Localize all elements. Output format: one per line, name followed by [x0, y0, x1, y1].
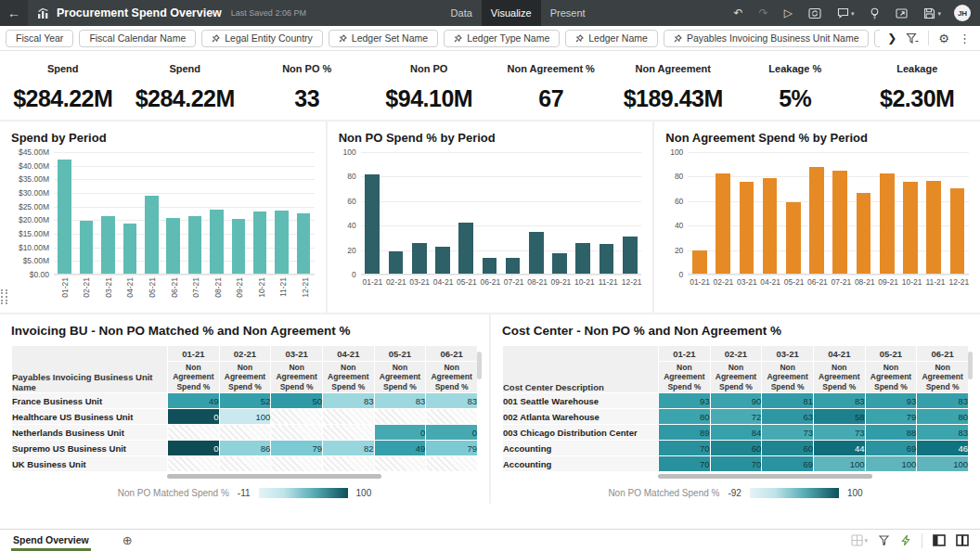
data-cell[interactable]: 0 — [426, 425, 478, 441]
bar-01-21[interactable] — [692, 250, 707, 274]
table-invoicing-bu-non-po-matched-and-non-agreement[interactable]: Invoicing BU - Non PO Matched % and Non … — [0, 314, 489, 504]
bar-08-21[interactable] — [857, 193, 871, 274]
data-cell[interactable]: 79 — [865, 409, 917, 425]
data-cell[interactable]: 86 — [219, 441, 271, 456]
data-cell[interactable]: 81 — [762, 393, 814, 409]
data-cell[interactable]: 93 — [659, 393, 711, 409]
table-hscroll-thumb[interactable] — [167, 474, 381, 479]
expand-filters-chevron-icon[interactable]: ❯ — [887, 32, 896, 45]
bar-05-21[interactable] — [145, 196, 159, 274]
bar-05-21[interactable] — [458, 223, 473, 274]
table-vscroll-thumb[interactable] — [968, 352, 973, 379]
data-cell[interactable]: 52 — [219, 393, 271, 409]
bar-02-21[interactable] — [80, 221, 94, 274]
bar-11-21[interactable] — [275, 211, 289, 274]
bar-04-21[interactable] — [763, 178, 778, 274]
data-cell[interactable]: 83 — [426, 393, 478, 409]
add-canvas-button[interactable]: ⊕ — [122, 534, 133, 546]
bar-09-21[interactable] — [232, 219, 246, 274]
chart-non-po-spend-by-period[interactable]: Non PO Spend % by Period10080604020001-2… — [326, 122, 653, 313]
data-cell[interactable]: 79 — [271, 441, 323, 456]
auto-insights-spark-icon[interactable] — [900, 534, 911, 546]
mode-tab-visualize[interactable]: Visualize — [482, 0, 541, 26]
bar-03-21[interactable] — [740, 182, 754, 274]
mode-tab-data[interactable]: Data — [442, 0, 482, 26]
data-cell[interactable]: 69 — [762, 456, 814, 472]
bar-03-21[interactable] — [101, 216, 115, 274]
kpi-tile-spend-1[interactable]: Spend$284.22M — [124, 63, 247, 112]
data-cell[interactable]: 0 — [168, 441, 220, 456]
data-cell[interactable]: 73 — [762, 425, 814, 441]
kpi-tile-non-po-3[interactable]: Non PO$94.10M — [368, 63, 491, 112]
data-cell[interactable]: 73 — [813, 425, 865, 441]
bar-08-21[interactable] — [210, 210, 224, 274]
bar-09-21[interactable] — [880, 173, 895, 274]
data-cell[interactable]: 79 — [426, 441, 478, 456]
chart-non-agreement-spend-by-period[interactable]: Non Agreement Spend % by Period100806040… — [652, 122, 980, 313]
bar-12-21[interactable] — [623, 237, 638, 274]
data-cell[interactable]: 72 — [710, 409, 762, 425]
data-cell[interactable]: 100 — [813, 456, 865, 472]
data-cell[interactable]: 70 — [659, 441, 711, 456]
save-button[interactable]: ▾ — [923, 7, 941, 19]
panel-drag-grip[interactable] — [1, 289, 7, 304]
table-cost-center-non-po-and-non-agreement[interactable]: Cost Center - Non PO % and Non Agreement… — [489, 314, 980, 504]
chart-spend-by-period[interactable]: Spend by Period$45.00M$40.00M$35.00M$30.… — [0, 122, 326, 313]
data-cell[interactable]: 70 — [659, 456, 711, 472]
row-name-supremo-us-business-unit[interactable]: Supremo US Business Unit — [12, 441, 168, 456]
bar-08-21[interactable] — [529, 232, 544, 274]
bar-07-21[interactable] — [188, 216, 202, 274]
bar-02-21[interactable] — [716, 173, 730, 274]
row-name-002-atlanta-warehouse[interactable]: 002 Atlanta Warehouse — [503, 409, 659, 425]
open-in-window-button[interactable] — [896, 7, 908, 19]
bar-02-21[interactable] — [389, 251, 404, 274]
redo-button[interactable]: ↷ — [759, 7, 768, 19]
limit-values-funnel-icon[interactable] — [906, 32, 919, 45]
kebab-menu-icon[interactable]: ⋮ — [959, 32, 971, 45]
row-name-003-chicago-distribution-center[interactable]: 003 Chicago Distribution Center — [503, 425, 659, 441]
filter-chip-legal-entity-country[interactable]: Legal Entity Country — [201, 30, 323, 47]
back-button[interactable]: ← — [0, 0, 28, 26]
table-vscroll-thumb[interactable] — [477, 352, 482, 379]
data-cell[interactable]: 70 — [710, 456, 762, 472]
kpi-tile-leakage-6[interactable]: Leakage %5% — [734, 63, 857, 112]
canvas-tab-spend-overview[interactable]: Spend Overview — [11, 531, 91, 551]
data-cell[interactable]: 80 — [659, 409, 711, 425]
data-cell[interactable]: 83 — [374, 393, 426, 409]
filter-chip-fiscal-calendar-name[interactable]: Fiscal Calendar Name — [79, 30, 196, 47]
data-cell[interactable]: 0 — [168, 409, 220, 425]
data-cell[interactable]: 83 — [322, 393, 374, 409]
kpi-tile-leakage-7[interactable]: Leakage$2.30M — [857, 63, 979, 112]
mode-tab-present[interactable]: Present — [541, 0, 595, 26]
data-cell[interactable]: 69 — [865, 441, 917, 456]
bar-04-21[interactable] — [123, 224, 137, 274]
data-cell[interactable]: 83 — [917, 425, 969, 441]
data-cell[interactable]: 83 — [917, 393, 969, 409]
data-cell[interactable]: 88 — [865, 425, 917, 441]
data-cell[interactable]: 58 — [813, 409, 865, 425]
filter-chip-ledger-name[interactable]: Ledger Name — [565, 30, 658, 47]
panel-left-layout-icon[interactable] — [933, 534, 946, 546]
data-cell[interactable]: 90 — [710, 393, 762, 409]
data-cell[interactable]: 84 — [710, 425, 762, 441]
data-cell[interactable]: 100 — [865, 456, 917, 472]
bar-09-21[interactable] — [552, 253, 567, 274]
data-cell[interactable]: 46 — [917, 441, 969, 456]
bar-01-21[interactable] — [365, 174, 380, 274]
canvas-layout-grid-icon[interactable]: ▾ — [851, 534, 868, 546]
bar-05-21[interactable] — [786, 202, 801, 274]
kpi-tile-non-po-2[interactable]: Non PO %33 — [246, 63, 368, 112]
row-name-001-seattle-warehouse[interactable]: 001 Seattle Warehouse — [503, 393, 659, 409]
bar-10-21[interactable] — [575, 243, 590, 274]
kpi-tile-spend-0[interactable]: Spend$284.22M — [2, 63, 124, 112]
bar-01-21[interactable] — [58, 160, 71, 274]
row-name-uk-business-unit[interactable]: UK Business Unit — [12, 456, 168, 472]
data-cell[interactable]: 60 — [762, 441, 814, 456]
data-cell[interactable]: 100 — [219, 409, 271, 425]
row-name-netherlands-business-unit[interactable]: Netherlands Business Unit — [12, 425, 168, 441]
bar-07-21[interactable] — [506, 258, 521, 274]
data-cell[interactable]: 83 — [813, 393, 865, 409]
kpi-tile-non-agreement-4[interactable]: Non Agreement %67 — [490, 63, 612, 112]
data-cell[interactable]: 63 — [762, 409, 814, 425]
bar-12-21[interactable] — [297, 213, 311, 274]
